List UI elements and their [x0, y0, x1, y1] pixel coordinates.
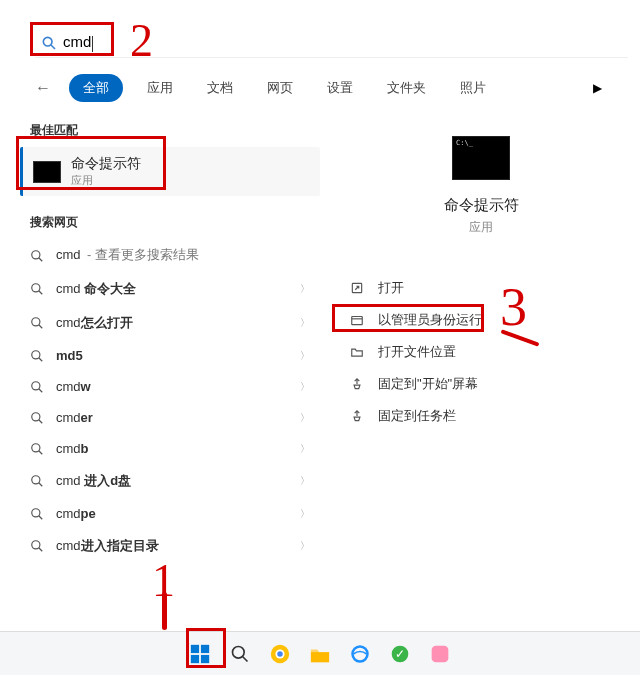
folder-icon: [348, 345, 366, 359]
web-result-item[interactable]: cmd怎么打开〉: [20, 306, 320, 340]
start-button[interactable]: [185, 639, 215, 669]
search-input[interactable]: cmd: [63, 33, 622, 51]
svg-line-9: [39, 357, 43, 361]
svg-line-19: [39, 515, 43, 519]
web-result-item[interactable]: md5〉: [20, 340, 320, 371]
best-match-header: 最佳匹配: [30, 122, 320, 139]
chevron-right-icon: 〉: [300, 282, 310, 296]
svg-line-7: [39, 325, 43, 329]
web-result-text: cmd - 查看更多搜索结果: [56, 247, 199, 264]
svg-rect-24: [191, 644, 199, 652]
web-result-text: cmd进入指定目录: [56, 537, 159, 555]
action-label: 固定到任务栏: [378, 407, 456, 425]
chevron-right-icon: 〉: [300, 349, 310, 363]
web-result-item[interactable]: cmd - 查看更多搜索结果: [20, 239, 320, 272]
svg-rect-23: [352, 317, 363, 325]
details-pane: 命令提示符 应用 打开以管理员身份运行打开文件位置固定到"开始"屏幕固定到任务栏: [340, 118, 622, 625]
chevron-right-icon: 〉: [300, 316, 310, 330]
action-label: 固定到"开始"屏幕: [378, 375, 478, 393]
search-icon: [41, 35, 57, 51]
web-result-item[interactable]: cmd 进入d盘〉: [20, 464, 320, 498]
chevron-right-icon: 〉: [300, 507, 310, 521]
web-result-item[interactable]: cmd 命令大全〉: [20, 272, 320, 306]
taskbar-app-security[interactable]: ✓: [385, 639, 415, 669]
svg-line-21: [39, 548, 43, 552]
tab-all[interactable]: 全部: [69, 74, 123, 102]
chevron-right-icon: 〉: [300, 380, 310, 394]
web-results-list: cmd - 查看更多搜索结果cmd 命令大全〉cmd怎么打开〉md5〉cmdw〉…: [20, 239, 320, 563]
svg-point-16: [32, 476, 40, 484]
taskbar-app-ie[interactable]: [345, 639, 375, 669]
svg-point-10: [32, 381, 40, 389]
action-pin[interactable]: 固定到"开始"屏幕: [340, 368, 622, 400]
svg-point-18: [32, 508, 40, 516]
tab-apps[interactable]: 应用: [137, 75, 183, 101]
search-tabs: ← 全部 应用 文档 网页 设置 文件夹 照片 ▶: [35, 70, 620, 106]
web-result-text: cmd 进入d盘: [56, 472, 131, 490]
taskbar-app-browser[interactable]: [265, 639, 295, 669]
svg-rect-25: [201, 644, 209, 652]
best-match-title: 命令提示符: [71, 155, 141, 173]
action-label: 以管理员身份运行: [378, 311, 482, 329]
svg-point-28: [233, 646, 245, 658]
results-pane: 最佳匹配 命令提示符 应用 搜索网页 cmd - 查看更多搜索结果cmd 命令大…: [20, 118, 320, 625]
best-match-item[interactable]: 命令提示符 应用: [20, 147, 320, 196]
best-match-subtitle: 应用: [71, 173, 141, 188]
tab-settings[interactable]: 设置: [317, 75, 363, 101]
svg-rect-26: [191, 654, 199, 662]
app-preview-title: 命令提示符: [444, 196, 519, 215]
tab-photos[interactable]: 照片: [450, 75, 496, 101]
pin-icon: [348, 409, 366, 423]
web-result-text: cmdb: [56, 441, 89, 456]
web-search-header: 搜索网页: [30, 214, 320, 231]
taskbar-search-icon[interactable]: [225, 639, 255, 669]
svg-rect-27: [201, 654, 209, 662]
tab-web[interactable]: 网页: [257, 75, 303, 101]
taskbar-app-pink[interactable]: [425, 639, 455, 669]
web-result-text: cmdpe: [56, 506, 96, 521]
taskbar-app-explorer[interactable]: [305, 639, 335, 669]
web-result-text: cmd怎么打开: [56, 314, 133, 332]
search-bar[interactable]: cmd: [35, 28, 628, 58]
admin-icon: [348, 313, 366, 327]
tab-documents[interactable]: 文档: [197, 75, 243, 101]
svg-rect-33: [311, 652, 329, 662]
action-folder[interactable]: 打开文件位置: [340, 336, 622, 368]
action-label: 打开文件位置: [378, 343, 456, 361]
web-result-item[interactable]: cmdpe〉: [20, 498, 320, 529]
svg-point-20: [32, 541, 40, 549]
chevron-right-icon: 〉: [300, 411, 310, 425]
web-result-item[interactable]: cmdw〉: [20, 371, 320, 402]
svg-line-1: [51, 45, 55, 49]
tab-folders[interactable]: 文件夹: [377, 75, 436, 101]
svg-point-32: [277, 651, 283, 657]
svg-point-2: [32, 250, 40, 258]
svg-rect-37: [432, 645, 449, 662]
web-result-item[interactable]: cmdb〉: [20, 433, 320, 464]
taskbar: ✓: [0, 631, 640, 675]
svg-point-6: [32, 318, 40, 326]
svg-line-5: [39, 291, 43, 295]
app-preview-icon: [452, 136, 510, 180]
svg-line-3: [39, 257, 43, 261]
actions-list: 打开以管理员身份运行打开文件位置固定到"开始"屏幕固定到任务栏: [340, 272, 622, 432]
web-result-text: cmdw: [56, 379, 91, 394]
chevron-right-icon: 〉: [300, 442, 310, 456]
more-icon[interactable]: ▶: [593, 81, 602, 95]
action-admin[interactable]: 以管理员身份运行: [340, 304, 622, 336]
svg-text:✓: ✓: [395, 647, 405, 660]
app-preview-subtitle: 应用: [469, 219, 493, 236]
web-result-item[interactable]: cmder〉: [20, 402, 320, 433]
svg-point-8: [32, 350, 40, 358]
web-result-item[interactable]: cmd进入指定目录〉: [20, 529, 320, 563]
action-open[interactable]: 打开: [340, 272, 622, 304]
back-arrow-icon[interactable]: ←: [35, 79, 51, 97]
svg-line-17: [39, 483, 43, 487]
web-result-text: cmd 命令大全: [56, 280, 136, 298]
pin-icon: [348, 377, 366, 391]
web-result-text: md5: [56, 348, 83, 363]
chevron-right-icon: 〉: [300, 539, 310, 553]
cmd-icon: [33, 161, 61, 183]
action-pin[interactable]: 固定到任务栏: [340, 400, 622, 432]
svg-line-15: [39, 450, 43, 454]
